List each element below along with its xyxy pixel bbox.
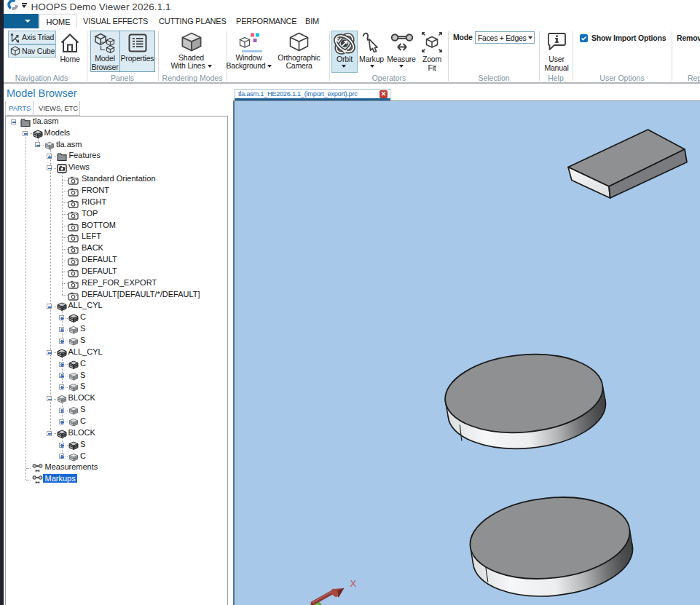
svg-text:X: X xyxy=(350,577,357,588)
